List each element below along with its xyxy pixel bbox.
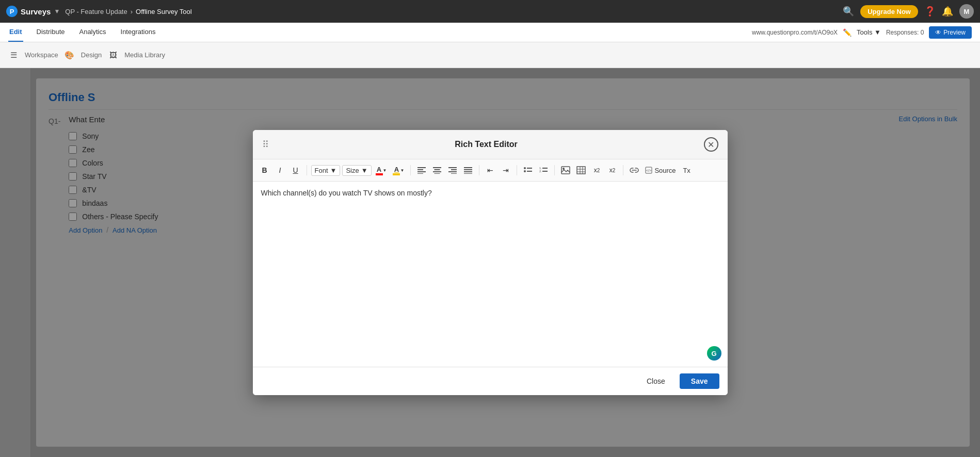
eye-icon: 👁 bbox=[935, 29, 941, 36]
breadcrumb: QP - Feature Update › Offline Survey Too… bbox=[65, 8, 191, 15]
insert-image-button[interactable] bbox=[559, 164, 572, 177]
save-button[interactable]: Save bbox=[680, 373, 719, 389]
outdent-button[interactable]: ⇤ bbox=[484, 164, 497, 177]
insert-table-icon bbox=[576, 166, 586, 174]
rich-text-editor-modal: ⠿ Rich Text Editor ✕ B I U Font ▼ Size ▼ bbox=[253, 130, 728, 395]
second-bar-right: www.questionpro.com/t/AO9oX ✏️ Tools ▼ R… bbox=[752, 26, 972, 39]
subscript-button[interactable]: x2 bbox=[590, 164, 603, 177]
brand-dropdown-arrow[interactable]: ▼ bbox=[54, 8, 60, 15]
insert-image-icon bbox=[561, 166, 570, 174]
preview-button[interactable]: 👁 Preview bbox=[929, 26, 972, 39]
align-justify-icon bbox=[464, 167, 472, 174]
svg-rect-11 bbox=[451, 173, 457, 174]
underline-button[interactable]: U bbox=[289, 164, 302, 177]
svg-rect-4 bbox=[433, 167, 441, 168]
svg-text:</>: </> bbox=[646, 169, 651, 172]
workspace-label: Workspace bbox=[25, 51, 58, 59]
edit-url-icon[interactable]: ✏️ bbox=[843, 28, 852, 37]
svg-rect-0 bbox=[417, 167, 426, 168]
main-content: Offline S Q1- What Ente Sony Zee Colors … bbox=[0, 68, 980, 457]
link-icon bbox=[630, 167, 639, 173]
design-label: Design bbox=[81, 51, 102, 59]
top-bar-right: 🔍 Upgrade Now ❓ 🔔 M bbox=[843, 4, 974, 19]
drag-handle-icon[interactable]: ⠿ bbox=[262, 139, 269, 150]
svg-rect-26 bbox=[577, 167, 585, 174]
font-dropdown[interactable]: Font ▼ bbox=[311, 165, 341, 176]
toolbar-divider3 bbox=[479, 165, 479, 175]
svg-rect-2 bbox=[417, 171, 426, 172]
svg-rect-14 bbox=[464, 171, 472, 172]
svg-rect-6 bbox=[433, 171, 441, 172]
avatar[interactable]: M bbox=[959, 4, 974, 19]
align-right-icon bbox=[448, 167, 457, 174]
highlight-dropdown-arrow: ▼ bbox=[400, 168, 404, 173]
tab-analytics[interactable]: Analytics bbox=[78, 23, 107, 42]
indent-button[interactable]: ⇥ bbox=[499, 164, 512, 177]
modal-footer: Close Save bbox=[253, 367, 728, 395]
surveys-nav[interactable]: Surveys bbox=[21, 7, 51, 16]
align-center-icon bbox=[433, 167, 441, 174]
svg-rect-12 bbox=[464, 167, 472, 168]
font-color-button[interactable]: A ▼ bbox=[374, 164, 389, 177]
p-logo: P bbox=[6, 6, 18, 17]
insert-table-button[interactable] bbox=[574, 164, 588, 177]
search-icon[interactable]: 🔍 bbox=[843, 6, 854, 17]
help-icon[interactable]: ❓ bbox=[924, 6, 936, 17]
bold-button[interactable]: B bbox=[258, 164, 271, 177]
breadcrumb-item1[interactable]: QP - Feature Update bbox=[65, 8, 127, 15]
source-label: Source bbox=[654, 167, 676, 174]
ordered-list-button[interactable]: 1. 2. bbox=[537, 164, 550, 177]
upgrade-button[interactable]: Upgrade Now bbox=[860, 5, 918, 18]
tab-edit[interactable]: Edit bbox=[8, 23, 23, 42]
align-left-icon bbox=[417, 167, 426, 174]
highlight-color-button[interactable]: A ▼ bbox=[391, 164, 406, 177]
toolbar-divider4 bbox=[517, 165, 517, 175]
modal-editor[interactable]: Which channel(s) do you watch TV shows o… bbox=[253, 182, 728, 367]
media-library-button[interactable]: 🖼 bbox=[106, 48, 120, 62]
unordered-list-button[interactable] bbox=[521, 164, 535, 177]
media-label: Media Library bbox=[124, 51, 165, 59]
notification-icon[interactable]: 🔔 bbox=[942, 6, 953, 17]
modal-close-button[interactable]: ✕ bbox=[704, 137, 718, 152]
align-justify-button[interactable] bbox=[461, 164, 475, 177]
tools-button[interactable]: Tools ▼ bbox=[857, 28, 881, 36]
svg-text:2.: 2. bbox=[539, 170, 542, 173]
top-bar: P Surveys ▼ QP - Feature Update › Offlin… bbox=[0, 0, 980, 23]
grammarly-icon: G bbox=[707, 346, 721, 361]
svg-rect-1 bbox=[417, 169, 423, 170]
svg-rect-19 bbox=[527, 171, 532, 172]
align-right-button[interactable] bbox=[446, 164, 459, 177]
svg-rect-23 bbox=[542, 171, 548, 172]
modal-toolbar: B I U Font ▼ Size ▼ A bbox=[253, 159, 728, 182]
source-button[interactable]: </> Source bbox=[643, 166, 678, 175]
insert-link-button[interactable] bbox=[628, 164, 641, 177]
source-icon: </> bbox=[645, 167, 652, 174]
design-icon: 🎨 bbox=[65, 51, 74, 60]
svg-rect-5 bbox=[435, 169, 440, 170]
tab-distribute[interactable]: Distribute bbox=[36, 23, 66, 42]
svg-rect-9 bbox=[451, 169, 457, 170]
clear-format-button[interactable]: Tx bbox=[680, 164, 694, 177]
svg-point-18 bbox=[524, 170, 526, 172]
media-icon: 🖼 bbox=[109, 51, 117, 59]
svg-rect-21 bbox=[542, 168, 548, 169]
tab-integrations[interactable]: Integrations bbox=[120, 23, 157, 42]
responses-count: Responses: 0 bbox=[886, 29, 924, 36]
align-left-button[interactable] bbox=[415, 164, 428, 177]
italic-button[interactable]: I bbox=[274, 164, 287, 177]
workspace-button[interactable]: ☰ bbox=[6, 48, 21, 62]
editor-content[interactable]: Which channel(s) do you watch TV shows o… bbox=[261, 189, 719, 197]
highlight-indicator bbox=[393, 173, 400, 175]
design-button[interactable]: 🎨 bbox=[62, 48, 77, 62]
survey-url: www.questionpro.com/t/AO9oX bbox=[752, 29, 838, 36]
modal-overlay: ⠿ Rich Text Editor ✕ B I U Font ▼ Size ▼ bbox=[0, 68, 980, 457]
size-dropdown[interactable]: Size ▼ bbox=[342, 165, 371, 176]
close-button[interactable]: Close bbox=[637, 373, 674, 389]
svg-rect-7 bbox=[435, 173, 440, 174]
align-center-button[interactable] bbox=[430, 164, 444, 177]
toolbar-divider2 bbox=[410, 165, 411, 175]
superscript-button[interactable]: x2 bbox=[605, 164, 619, 177]
unordered-list-icon bbox=[524, 167, 532, 174]
svg-point-16 bbox=[524, 167, 526, 169]
toolbar-divider6 bbox=[623, 165, 623, 175]
